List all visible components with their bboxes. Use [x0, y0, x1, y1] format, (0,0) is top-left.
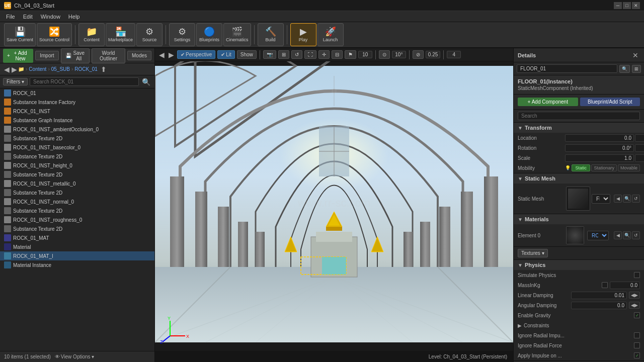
viewport-forward-arrow[interactable]: ▶ — [168, 51, 175, 59]
add-component-button[interactable]: + Add Component — [518, 98, 578, 106]
stationary-button[interactable]: Stationary — [591, 164, 617, 171]
mesh-search[interactable]: 🔍 — [623, 195, 631, 203]
snap-button[interactable]: ⊙ — [379, 50, 390, 59]
linear-damping-input[interactable] — [571, 292, 627, 299]
lit-button[interactable]: ✔ Lit — [217, 50, 235, 59]
build-button[interactable]: 🔨 Build — [258, 23, 284, 46]
static-mesh-select[interactable]: FLOOR_01 — [592, 194, 610, 204]
fullscreen-button[interactable]: ⛶ — [304, 50, 316, 59]
modes-tab[interactable]: Modes — [127, 51, 151, 60]
menu-edit[interactable]: Edit — [19, 13, 37, 21]
world-outliner-tab[interactable]: World Outliner — [92, 48, 125, 63]
list-item-mat-instance[interactable]: Material Instance — [0, 260, 154, 269]
list-item-texture-2d-2[interactable]: Substance Texture 2D — [0, 152, 154, 161]
list-item-mat[interactable]: ROCK_01_MAT — [0, 233, 154, 242]
transform-section-header[interactable]: ▼ Transform — [514, 123, 644, 133]
constraints-arrow[interactable]: ▶ — [518, 323, 522, 328]
camera-button[interactable]: 📷 — [263, 50, 276, 59]
source-button[interactable]: ⚙ Source — [136, 23, 163, 46]
list-item-metallic[interactable]: ROCK_01_INST_metallic_0 — [0, 179, 154, 188]
radial-impulse-checkbox[interactable] — [634, 332, 640, 338]
menu-help[interactable]: Help — [64, 13, 84, 21]
cinematics-button[interactable]: 🎬 Cinematics — [223, 23, 251, 46]
list-item-rock01-inst[interactable]: ROCK_01_INST — [0, 107, 154, 116]
radial-force-checkbox[interactable] — [634, 342, 640, 348]
list-item-texture-2d-5[interactable]: Substance Texture 2D — [0, 206, 154, 215]
material-select[interactable]: ROCK_01_MAT_I — [587, 231, 609, 240]
view-options-button[interactable]: 👁 View Options ▾ — [55, 354, 94, 359]
physics-header[interactable]: ▼ Physics — [514, 260, 644, 270]
flag-button[interactable]: ⚑ — [345, 50, 356, 59]
list-item-rock01[interactable]: ROCK_01 — [0, 88, 154, 98]
simulate-checkbox[interactable] — [634, 272, 640, 278]
textures-button[interactable]: Textures ▾ — [518, 249, 548, 257]
rotation-y[interactable] — [635, 144, 644, 152]
list-item-ao[interactable]: ROCK_01_INST_ambientOcclusion_0 — [0, 125, 154, 134]
content-button[interactable]: 📁 Content — [78, 23, 105, 46]
gravity-checkbox[interactable] — [634, 312, 640, 318]
minimize-button[interactable]: ─ — [614, 2, 622, 9]
breadcrumb-content[interactable]: Content — [29, 66, 46, 72]
scale-x[interactable] — [565, 154, 634, 162]
location-x[interactable] — [565, 134, 634, 142]
viewport[interactable]: ◀ ▶ ✔ Perspective ✔ Lit Show 📷 ⊞ ↺ ⛶ ✛ ⊟… — [155, 48, 513, 362]
blueprint-script-button[interactable]: Blueprint/Add Script — [580, 98, 640, 106]
list-item-substance-graph[interactable]: Substance Graph Instance — [0, 116, 154, 125]
list-item-roughness[interactable]: ROCK_01_INST_roughness_0 — [0, 215, 154, 224]
materials-header[interactable]: ▼ Materials — [514, 214, 644, 224]
forward-arrow[interactable]: ▶ — [11, 65, 18, 73]
blueprints-button[interactable]: 🔵 Blueprints — [196, 23, 222, 46]
details-close-button[interactable]: ✕ — [631, 51, 640, 59]
mat-nav-prev[interactable]: ◀ — [614, 231, 622, 239]
blueprint-input[interactable] — [517, 64, 617, 73]
angular-damping-lock[interactable]: ◀▶ — [629, 302, 640, 309]
source-control-button[interactable]: 🔀 Source Control — [37, 23, 72, 46]
translate-button[interactable]: ✛ — [318, 50, 330, 59]
filters-button[interactable]: Filters ▾ — [3, 78, 28, 85]
breadcrumb-sub[interactable]: 05_SUB — [51, 66, 70, 72]
angular-damping-input[interactable] — [571, 302, 627, 309]
add-new-button[interactable]: + + Add New — [3, 49, 33, 63]
static-mesh-header[interactable]: ▼ Static Mesh — [514, 173, 644, 184]
blueprint-grid-button[interactable]: ⊞ — [632, 65, 641, 73]
scale-y[interactable] — [635, 154, 644, 162]
rotation-x[interactable] — [565, 144, 634, 152]
import-button[interactable]: Import — [35, 51, 58, 60]
up-arrow[interactable]: ⬆ — [100, 65, 108, 73]
scale-button[interactable]: ⊘ — [413, 50, 424, 59]
launch-button[interactable]: 🚀 Launch — [317, 23, 344, 46]
list-item-substance-factory[interactable]: Substance Instance Factory — [0, 98, 154, 107]
apply-impulse-checkbox[interactable] — [634, 352, 640, 358]
grid-toggle[interactable]: ⊞ — [278, 50, 289, 59]
mesh-nav-prev[interactable]: ◀ — [614, 195, 622, 203]
mat-nav-next[interactable]: ↺ — [632, 231, 640, 239]
list-item-basecolor[interactable]: ROCK_01_INST_basecolor_0 — [0, 143, 154, 152]
search-input[interactable] — [30, 77, 139, 86]
play-button[interactable]: ▶ Play — [290, 23, 316, 46]
viewport-back-arrow[interactable]: ◀ — [158, 51, 166, 59]
details-search-input[interactable] — [518, 112, 640, 120]
menu-window[interactable]: Window — [37, 13, 64, 21]
list-item-texture-2d-4[interactable]: Substance Texture 2D — [0, 188, 154, 197]
list-item-texture-2d-6[interactable]: Substance Texture 2D — [0, 224, 154, 233]
menu-file[interactable]: File — [2, 13, 19, 21]
close-button[interactable]: ✕ — [632, 2, 640, 9]
breadcrumb-rock[interactable]: ROCK_01 — [74, 66, 98, 72]
linear-damping-lock[interactable]: ◀▶ — [629, 292, 640, 299]
save-current-button[interactable]: 💾 Save Current — [4, 23, 36, 46]
save-all-button[interactable]: 💾 Save All — [61, 48, 90, 63]
location-y[interactable] — [635, 134, 644, 142]
settings-button[interactable]: ⚙ Settings — [169, 23, 195, 46]
list-item-material[interactable]: Material — [0, 242, 154, 251]
movable-button[interactable]: Movable — [618, 164, 640, 171]
mesh-nav-next[interactable]: ↺ — [632, 195, 640, 203]
static-button[interactable]: Static — [572, 164, 590, 171]
blueprint-search-button[interactable]: 🔍 — [619, 65, 630, 73]
list-item-normal[interactable]: ROCK_01_INST_normal_0 — [0, 197, 154, 206]
search-button[interactable]: 🔍 — [141, 78, 151, 86]
list-item-texture-2d-1[interactable]: Substance Texture 2D — [0, 134, 154, 143]
massinkg-checkbox[interactable] — [602, 282, 608, 288]
list-item-mat-i[interactable]: ROCK_01_MAT_I — [0, 251, 154, 260]
marketplace-button[interactable]: 🏪 Marketplace — [106, 23, 135, 46]
list-item-height[interactable]: ROCK_01_INST_height_0 — [0, 161, 154, 170]
